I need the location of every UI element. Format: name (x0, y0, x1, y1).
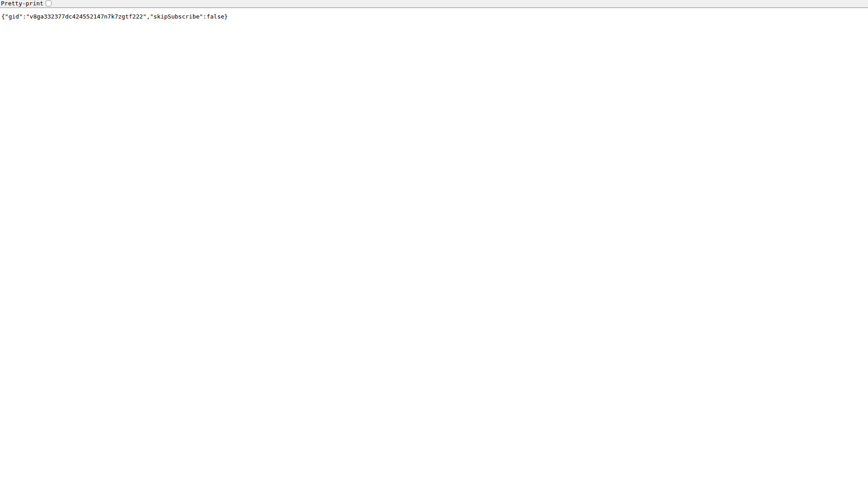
raw-json-text: {"gid":"v8ga332377dc424552147n7k7zgtf222… (1, 13, 228, 20)
pretty-print-bar: Pretty-print (0, 0, 868, 8)
pretty-print-label: Pretty-print (1, 0, 43, 7)
pretty-print-checkbox[interactable] (46, 0, 52, 6)
